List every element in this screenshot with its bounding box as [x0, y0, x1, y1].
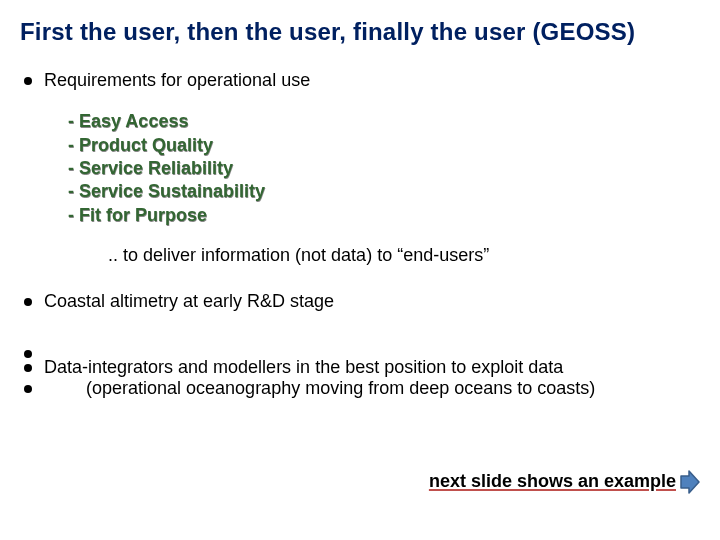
- next-slide-label: next slide shows an example: [429, 471, 676, 492]
- requirement-item: - Service Reliability: [68, 157, 700, 180]
- bullet-requirements: Requirements for operational use: [24, 69, 700, 92]
- bullet-oceanography-text: (operational oceanography moving from de…: [44, 377, 595, 400]
- requirement-item: - Service Sustainability: [68, 180, 700, 203]
- bullet-requirements-text: Requirements for operational use: [44, 69, 310, 92]
- bullet-dot-icon: [24, 77, 32, 85]
- bullet-coastal: Coastal altimetry at early R&D stage: [24, 290, 700, 313]
- slide: First the user, then the user, finally t…: [0, 0, 720, 540]
- requirement-item: - Easy Access: [68, 110, 700, 133]
- bullet-dot-icon: [24, 364, 32, 372]
- bullet-dot-icon: [24, 385, 32, 393]
- bullet-dot-icon: [24, 350, 32, 358]
- deliver-line: .. to deliver information (not data) to …: [108, 245, 700, 266]
- slide-title: First the user, then the user, finally t…: [20, 18, 700, 47]
- bullet-oceanography: (operational oceanography moving from de…: [24, 377, 700, 400]
- requirements-list: - Easy Access - Product Quality - Servic…: [68, 110, 700, 227]
- bullet-dot-icon: [24, 298, 32, 306]
- requirement-item: - Product Quality: [68, 134, 700, 157]
- bullet-data-integrators-text: Data-integrators and modellers in the be…: [44, 356, 563, 379]
- arrow-right-icon: [680, 470, 700, 494]
- bullet-data-integrators: Data-integrators and modellers in the be…: [24, 356, 700, 379]
- data-integrators-block: Data-integrators and modellers in the be…: [20, 342, 700, 401]
- bullet-coastal-text: Coastal altimetry at early R&D stage: [44, 290, 334, 313]
- requirement-item: - Fit for Purpose: [68, 204, 700, 227]
